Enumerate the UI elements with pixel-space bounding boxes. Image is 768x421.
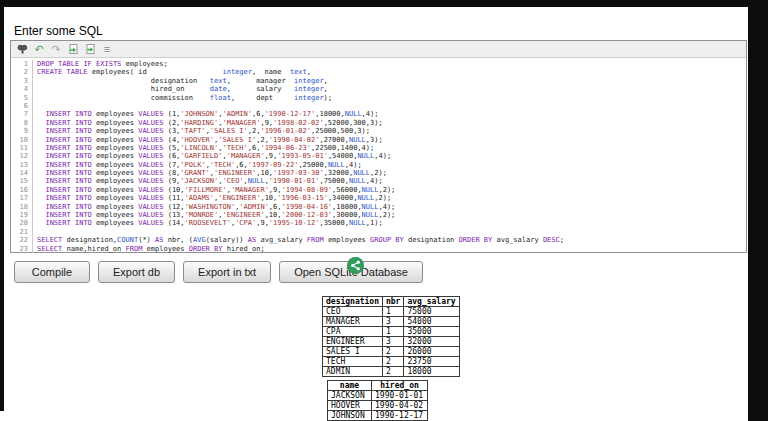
table-cell: 1990-01-01 bbox=[372, 391, 428, 401]
line-number: 10 bbox=[11, 136, 33, 144]
line-number: 18 bbox=[11, 203, 33, 211]
screen-edge-right bbox=[748, 0, 768, 421]
code-line: 21 bbox=[11, 228, 746, 236]
save-file-icon[interactable] bbox=[84, 43, 96, 55]
table-cell: 1990-04-02 bbox=[372, 401, 428, 411]
search-icon[interactable] bbox=[16, 43, 28, 55]
code-line: 11 INSERT INTO employees VALUES (5,'LINC… bbox=[11, 144, 746, 152]
line-number: 19 bbox=[11, 211, 33, 219]
code-line-text: INSERT INTO employees VALUES (4,'HOOVER'… bbox=[33, 136, 383, 144]
export-txt-button[interactable]: Export in txt bbox=[183, 261, 271, 283]
screen-edge-top bbox=[0, 0, 768, 7]
code-line-text: commission float, dept integer); bbox=[33, 94, 332, 102]
table-row: TECH223750 bbox=[323, 357, 460, 367]
line-number: 20 bbox=[11, 219, 33, 227]
code-line: 2CREATE TABLE employees( id integer, nam… bbox=[11, 68, 746, 76]
code-line-text: INSERT INTO employees VALUES (2,'HARDING… bbox=[33, 119, 383, 127]
code-line: 10 INSERT INTO employees VALUES (4,'HOOV… bbox=[11, 136, 746, 144]
load-file-icon[interactable] bbox=[67, 43, 79, 55]
table-cell: JACKSON bbox=[328, 391, 372, 401]
table-cell: ENGINEER bbox=[323, 337, 383, 347]
line-number: 9 bbox=[11, 127, 33, 135]
code-line: 16 INSERT INTO employees VALUES (10,'FIL… bbox=[11, 186, 746, 194]
line-number: 14 bbox=[11, 169, 33, 177]
code-line-text: INSERT INTO employees VALUES (8,'GRANT',… bbox=[33, 169, 387, 177]
highlight-icon[interactable]: ≡ bbox=[101, 43, 113, 55]
line-number: 6 bbox=[11, 102, 33, 110]
line-number: 1 bbox=[11, 60, 33, 68]
code-line-text: INSERT INTO employees VALUES (11,'ADAMS'… bbox=[33, 194, 391, 202]
code-line-text: DROP TABLE IF EXISTS employees; bbox=[33, 60, 168, 68]
code-line: 15 INSERT INTO employees VALUES (9,'JACK… bbox=[11, 177, 746, 185]
line-number: 17 bbox=[11, 194, 33, 202]
table-row: CEO175000 bbox=[323, 307, 460, 317]
table-cell: 35000 bbox=[404, 327, 459, 337]
table-cell: CPA bbox=[323, 327, 383, 337]
line-number: 22 bbox=[11, 236, 33, 244]
table-cell: 26000 bbox=[404, 347, 459, 357]
column-header: hired_on bbox=[372, 381, 428, 391]
line-number: 2 bbox=[11, 68, 33, 76]
export-db-button[interactable]: Export db bbox=[98, 261, 175, 283]
code-line-text: hired_on date, salary integer, bbox=[33, 85, 328, 93]
redo-icon[interactable]: ↷ bbox=[50, 43, 62, 55]
share-icon[interactable] bbox=[347, 257, 364, 274]
undo-icon[interactable]: ↶ bbox=[33, 43, 45, 55]
compile-button[interactable]: Compile bbox=[14, 261, 90, 283]
table-cell: 3 bbox=[382, 317, 403, 327]
table-cell: 54000 bbox=[404, 317, 459, 327]
column-header: nbr bbox=[382, 297, 403, 307]
line-number: 8 bbox=[11, 119, 33, 127]
column-header: avg_salary bbox=[404, 297, 459, 307]
code-line: 23SELECT name,hired_on FROM employees OR… bbox=[11, 245, 746, 253]
line-number: 5 bbox=[11, 94, 33, 102]
sql-editor: ↶ ↷ ≡ 1DROP TABLE IF EXISTS employees;2C… bbox=[10, 40, 747, 253]
code-area[interactable]: 1DROP TABLE IF EXISTS employees;2CREATE … bbox=[11, 58, 746, 253]
column-header: designation bbox=[323, 297, 383, 307]
code-line: 22SELECT designation,COUNT(*) AS nbr, (A… bbox=[11, 236, 746, 244]
line-number: 4 bbox=[11, 85, 33, 93]
table-cell: 75000 bbox=[404, 307, 459, 317]
table-cell: TECH bbox=[323, 357, 383, 367]
code-line: 19 INSERT INTO employees VALUES (13,'MON… bbox=[11, 211, 746, 219]
line-number: 7 bbox=[11, 110, 33, 118]
page-title: Enter some SQL bbox=[14, 24, 103, 38]
line-number: 16 bbox=[11, 186, 33, 194]
result-table-hired-on: namehired_onJACKSON1990-01-01HOOVER1990-… bbox=[327, 380, 428, 421]
line-number: 13 bbox=[11, 161, 33, 169]
code-line: 6 bbox=[11, 102, 746, 110]
code-line: 8 INSERT INTO employees VALUES (2,'HARDI… bbox=[11, 119, 746, 127]
code-line-text: SELECT name,hired_on FROM employees ORDE… bbox=[33, 245, 265, 253]
table-cell: 2 bbox=[382, 367, 403, 377]
code-line: 5 commission float, dept integer); bbox=[11, 94, 746, 102]
code-line-text: INSERT INTO employees VALUES (6,'GARFIEL… bbox=[33, 152, 391, 160]
code-line-text: INSERT INTO employees VALUES (10,'FILLMO… bbox=[33, 186, 395, 194]
table-cell: JOHNSON bbox=[328, 411, 372, 421]
code-line-text bbox=[33, 228, 37, 236]
table-cell: MANAGER bbox=[323, 317, 383, 327]
code-line: 18 INSERT INTO employees VALUES (12,'WAS… bbox=[11, 203, 746, 211]
table-cell: 18000 bbox=[404, 367, 459, 377]
table-cell: 23750 bbox=[404, 357, 459, 367]
code-line: 14 INSERT INTO employees VALUES (8,'GRAN… bbox=[11, 169, 746, 177]
code-line: 1DROP TABLE IF EXISTS employees; bbox=[11, 60, 746, 68]
table-row: MANAGER354000 bbox=[323, 317, 460, 327]
line-number: 3 bbox=[11, 77, 33, 85]
table-row: ADMIN218000 bbox=[323, 367, 460, 377]
code-line: 17 INSERT INTO employees VALUES (11,'ADA… bbox=[11, 194, 746, 202]
line-number: 11 bbox=[11, 144, 33, 152]
code-line-text: INSERT INTO employees VALUES (12,'WASHIN… bbox=[33, 203, 395, 211]
code-line-text: INSERT INTO employees VALUES (13,'MONROE… bbox=[33, 211, 395, 219]
code-line-text: INSERT INTO employees VALUES (14,'ROOSEV… bbox=[33, 219, 383, 227]
code-line: 7 INSERT INTO employees VALUES (1,'JOHNS… bbox=[11, 110, 746, 118]
table-cell: ADMIN bbox=[323, 367, 383, 377]
code-line: 20 INSERT INTO employees VALUES (14,'ROO… bbox=[11, 219, 746, 227]
code-line-text bbox=[33, 102, 37, 110]
table-cell: 1 bbox=[382, 307, 403, 317]
screen-edge-left bbox=[0, 0, 4, 411]
table-cell: 2 bbox=[382, 347, 403, 357]
line-number: 12 bbox=[11, 152, 33, 160]
table-cell: SALES I bbox=[323, 347, 383, 357]
table-row: HOOVER1990-04-02 bbox=[328, 401, 428, 411]
code-line-text: INSERT INTO employees VALUES (3,'TAFT','… bbox=[33, 127, 370, 135]
